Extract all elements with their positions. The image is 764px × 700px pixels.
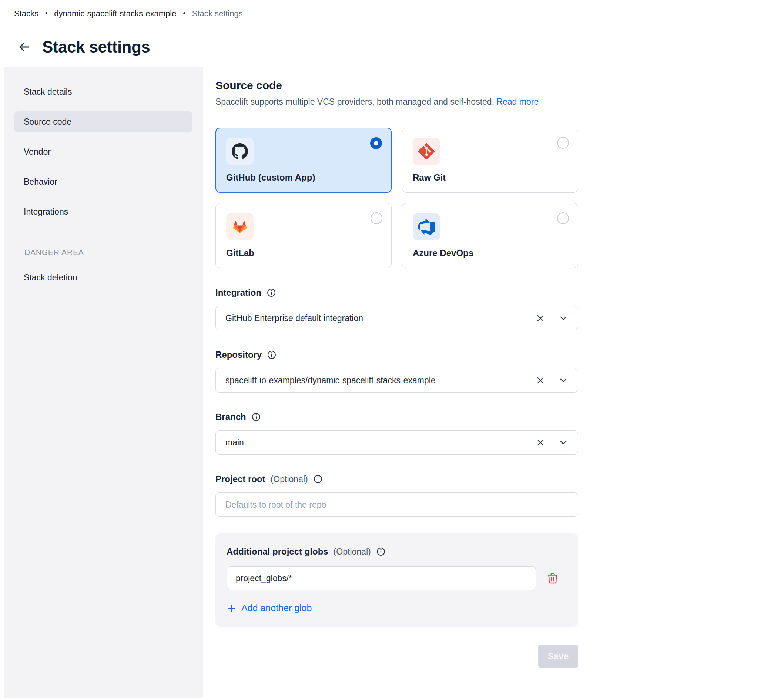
save-button[interactable]: Save [538, 644, 578, 668]
integration-select[interactable]: GitHub Enterprise default integration [215, 306, 578, 330]
vcs-provider-grid: GitHub (custom App) Raw Git [215, 128, 578, 268]
info-icon[interactable] [313, 474, 323, 484]
globs-label: Additional project globs [227, 547, 328, 557]
x-icon [535, 438, 545, 447]
project-root-field: Project root (Optional) [215, 474, 578, 517]
provider-radio-raw-git[interactable] [557, 137, 569, 149]
sidebar-item-stack-deletion[interactable]: Stack deletion [14, 267, 193, 288]
trash-icon [546, 572, 559, 584]
integration-expand-button[interactable] [559, 313, 568, 323]
provider-radio-gitlab[interactable] [371, 212, 382, 224]
breadcrumb-stack-name[interactable]: dynamic-spacelift-stacks-example [54, 9, 176, 19]
project-root-input[interactable] [215, 492, 578, 517]
provider-radio-github[interactable] [370, 137, 382, 149]
branch-value: main [225, 438, 244, 448]
chevron-down-icon [559, 313, 568, 323]
branch-label: Branch [215, 412, 246, 422]
sidebar-item-behavior[interactable]: Behavior [14, 171, 193, 192]
provider-card-raw-git[interactable]: Raw Git [402, 128, 578, 193]
repository-field: Repository spacelift-io-examples/dynamic… [215, 350, 578, 392]
chevron-down-icon [559, 375, 568, 385]
section-title: Source code [215, 79, 578, 92]
plus-icon [227, 603, 236, 613]
integration-value: GitHub Enterprise default integration [225, 313, 363, 323]
branch-select[interactable]: main [215, 430, 578, 455]
save-row: Save [215, 644, 578, 668]
integration-field: Integration GitHub Enterprise default in… [215, 288, 578, 330]
project-root-optional: (Optional) [271, 474, 308, 484]
project-root-label: Project root [215, 474, 265, 484]
delete-glob-button[interactable] [546, 572, 559, 584]
gitlab-icon [226, 213, 254, 241]
breadcrumb: Stacks • dynamic-spacelift-stacks-exampl… [0, 0, 764, 27]
repository-expand-button[interactable] [559, 375, 568, 385]
provider-card-azure-devops[interactable]: Azure DevOps [402, 203, 578, 268]
chevron-down-icon [559, 438, 568, 447]
globs-optional: (Optional) [333, 547, 371, 557]
github-icon [226, 138, 254, 165]
repository-clear-button[interactable] [535, 375, 545, 385]
integration-clear-button[interactable] [535, 313, 545, 323]
sidebar-item-stack-details[interactable]: Stack details [14, 81, 193, 103]
section-description-text: Spacelift supports multiple VCS provider… [215, 97, 494, 106]
breadcrumb-separator: • [183, 9, 185, 17]
breadcrumb-current: Stack settings [192, 9, 243, 19]
repository-label: Repository [215, 350, 262, 360]
main-content: Source code Spacelift supports multiple … [203, 67, 764, 698]
branch-expand-button[interactable] [559, 438, 568, 447]
add-glob-label: Add another glob [241, 603, 312, 613]
sidebar-item-vendor[interactable]: Vendor [14, 141, 193, 162]
stack-settings-page: Stacks • dynamic-spacelift-stacks-exampl… [0, 0, 764, 698]
read-more-link[interactable]: Read more [496, 97, 539, 106]
info-icon[interactable] [267, 350, 277, 359]
provider-label: Azure DevOps [413, 248, 473, 258]
info-icon[interactable] [266, 288, 276, 297]
provider-label: GitHub (custom App) [226, 172, 315, 183]
info-icon[interactable] [251, 412, 261, 422]
sidebar-item-source-code[interactable]: Source code [14, 111, 193, 133]
glob-row [227, 566, 568, 590]
arrow-left-icon [18, 40, 31, 54]
provider-card-github[interactable]: GitHub (custom App) [215, 128, 391, 193]
provider-label: Raw Git [413, 172, 446, 183]
sidebar-item-integrations[interactable]: Integrations [14, 201, 193, 222]
git-icon [413, 138, 440, 165]
section-description: Spacelift supports multiple VCS provider… [215, 97, 578, 107]
branch-clear-button[interactable] [535, 438, 545, 447]
settings-sidebar: Stack details Source code Vendor Behavio… [4, 67, 203, 698]
breadcrumb-separator: • [45, 9, 47, 17]
page-header: Stack settings [0, 27, 764, 67]
layout: Stack details Source code Vendor Behavio… [0, 67, 764, 698]
provider-card-gitlab[interactable]: GitLab [215, 203, 391, 268]
x-icon [535, 375, 545, 385]
add-glob-button[interactable]: Add another glob [227, 603, 312, 613]
back-button[interactable] [16, 39, 33, 55]
repository-select[interactable]: spacelift-io-examples/dynamic-spacelift-… [215, 368, 578, 392]
breadcrumb-stacks[interactable]: Stacks [14, 9, 39, 19]
integration-label: Integration [215, 288, 261, 298]
branch-field: Branch main [215, 412, 578, 455]
provider-radio-azure-devops[interactable] [557, 212, 569, 224]
glob-input[interactable] [227, 566, 536, 590]
project-globs-panel: Additional project globs (Optional) [215, 533, 578, 627]
provider-label: GitLab [226, 248, 254, 258]
x-icon [535, 313, 545, 323]
danger-area-heading: DANGER AREA [4, 233, 203, 267]
info-icon[interactable] [376, 547, 386, 556]
page-title: Stack settings [42, 38, 150, 56]
sidebar-divider [4, 298, 203, 299]
azure-devops-icon [413, 213, 440, 241]
repository-value: spacelift-io-examples/dynamic-spacelift-… [225, 375, 436, 386]
